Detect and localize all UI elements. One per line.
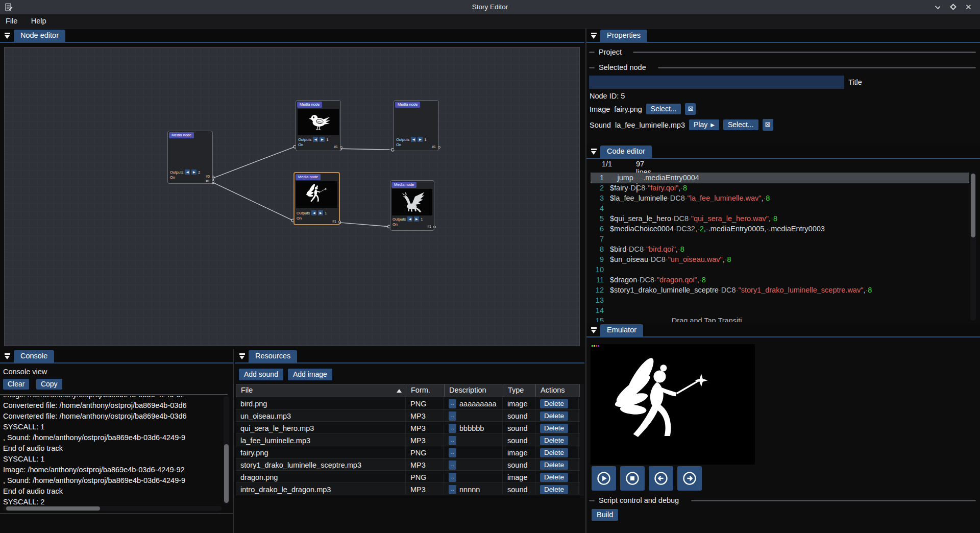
copy-button[interactable]: Copy (36, 379, 62, 390)
title-input[interactable] (589, 76, 844, 89)
add-sound-button[interactable]: Add sound (239, 369, 283, 380)
output-pin[interactable] (433, 226, 436, 228)
image-clear-button[interactable]: ⊠ (685, 103, 696, 115)
collapse-icon[interactable] (590, 148, 597, 155)
outputs-increase-button[interactable]: ▶ (320, 137, 325, 142)
graph-node-media-2[interactable]: Media nodeOutputs◀▶1On#1 (394, 100, 439, 151)
delete-button[interactable]: Delete (540, 448, 568, 457)
table-row[interactable]: un_oiseau.mp3MP3..soundDelete (236, 409, 580, 422)
console-log[interactable]: Image: /home/anthony/ostproj/ba869e4b-03… (3, 396, 222, 504)
menu-file[interactable]: File (0, 14, 23, 25)
sound-play-button[interactable]: Play▶ (689, 119, 719, 130)
outputs-increase-button[interactable]: ▶ (414, 216, 419, 222)
edit-description-button[interactable]: .. (449, 399, 456, 408)
maximize-button[interactable] (949, 4, 958, 11)
minimize-button[interactable] (934, 4, 942, 11)
resources-vscrollbar[interactable] (580, 384, 584, 496)
close-button[interactable]: ✕ (965, 4, 973, 11)
delete-button[interactable]: Delete (540, 485, 568, 494)
output-pin[interactable] (338, 221, 341, 223)
edit-description-button[interactable]: .. (449, 424, 456, 433)
output-pin[interactable] (212, 176, 214, 178)
outputs-decrease-button[interactable]: ◀ (411, 137, 416, 142)
code-line[interactable]: 14 (591, 305, 969, 316)
collapse-icon[interactable] (590, 327, 597, 334)
outputs-decrease-button[interactable]: ◀ (313, 137, 318, 142)
image-select-button[interactable]: Select... (646, 104, 681, 114)
column-header-form[interactable]: Form. (406, 384, 445, 397)
menu-help[interactable]: Help (26, 14, 52, 25)
code-line[interactable]: 12$story1_drako_luminelle_sceptre·DC8·"s… (591, 285, 969, 295)
console-vscrollbar[interactable] (224, 396, 229, 504)
code-line[interactable]: 7 (591, 234, 969, 244)
delete-button[interactable]: Delete (540, 461, 568, 470)
outputs-increase-button[interactable]: ▶ (418, 137, 423, 142)
code-line[interactable]: 2$fairy·DC8·"fairy.qoi",·8 (591, 183, 969, 193)
column-header-actions[interactable]: Actions (536, 384, 579, 397)
code-line[interactable]: 6$mediaChoice0004·DC32,·2,·.mediaEntry00… (591, 224, 969, 234)
emulator-play-button[interactable] (592, 466, 616, 491)
code-line[interactable]: 1→jump····.mediaEntry0004 (591, 173, 969, 183)
outputs-decrease-button[interactable]: ◀ (185, 169, 190, 175)
code-line[interactable]: 4 (591, 203, 969, 213)
graph-node-media-0[interactable]: Media nodeOutputs◀▶2On#0#1 (167, 131, 213, 184)
outputs-decrease-button[interactable]: ◀ (407, 216, 412, 222)
column-header-type[interactable]: Type (503, 384, 536, 397)
collapse-icon[interactable] (4, 353, 11, 360)
build-button[interactable]: Build (592, 509, 618, 521)
node-on-row[interactable]: On (297, 216, 302, 221)
delete-button[interactable]: Delete (540, 411, 568, 421)
sound-clear-button[interactable]: ⊠ (763, 119, 773, 131)
emulator-step-back-button[interactable] (649, 466, 673, 491)
column-header-description[interactable]: Description (445, 384, 503, 397)
graph-node-bird[interactable]: Media nodeOutputs◀▶1On#1 (296, 100, 341, 151)
output-pin[interactable] (340, 146, 342, 149)
code-vscrollbar[interactable] (970, 173, 976, 321)
outputs-increase-button[interactable]: ▶ (318, 210, 323, 215)
code-line[interactable]: 15 Drag and Tap Transiti (591, 316, 969, 322)
table-row[interactable]: intro_drako_le_dragon.mp3MP3..nnnnnsound… (236, 483, 580, 495)
delete-button[interactable]: Delete (540, 424, 568, 433)
table-row[interactable]: qui_sera_le_hero.mp3MP3..bbbbbbsoundDele… (236, 422, 580, 434)
edit-description-button[interactable]: .. (449, 411, 456, 421)
emulator-stop-button[interactable] (620, 466, 645, 491)
collapse-icon[interactable] (590, 32, 597, 39)
output-pin[interactable] (438, 146, 440, 149)
graph-node-dragon[interactable]: Media nodeOutputs◀▶1On#1 (390, 180, 434, 231)
edit-description-button[interactable]: .. (449, 461, 456, 470)
code-line[interactable]: 8$bird·DC8·"bird.qoi",·8 (591, 244, 969, 254)
tab-code-editor[interactable]: Code editor (600, 146, 652, 158)
code-line[interactable]: 13 (591, 295, 969, 305)
tab-console[interactable]: Console (14, 350, 54, 362)
emulator-step-forward-button[interactable] (677, 466, 702, 491)
add-image-button[interactable]: Add image (288, 369, 332, 380)
code-line[interactable]: 5$qui_sera_le_hero·DC8·"qui_sera_le_hero… (591, 213, 969, 224)
code-line[interactable]: 11$dragon·DC8·"dragon.qoi",·8 (591, 275, 969, 285)
tab-properties[interactable]: Properties (600, 30, 647, 42)
collapse-icon[interactable] (4, 32, 11, 39)
sound-select-button[interactable]: Select... (723, 119, 758, 130)
table-row[interactable]: bird.pngPNG..aaaaaaaaaimageDelete (236, 397, 580, 409)
outputs-decrease-button[interactable]: ◀ (311, 210, 316, 215)
delete-button[interactable]: Delete (540, 399, 568, 408)
graph-node-fairy[interactable]: Media nodeOutputs◀▶1On#1 (293, 172, 340, 225)
code-line[interactable]: 3$la_fee_luminelle·DC8·"la_fee_luminelle… (591, 193, 969, 203)
node-canvas[interactable]: Media nodeOutputs◀▶2On#0#1Media nodeOutp… (4, 47, 580, 346)
edit-description-button[interactable]: .. (449, 436, 456, 445)
code-line[interactable]: 10 (591, 264, 969, 275)
delete-button[interactable]: Delete (540, 436, 568, 445)
column-header-file[interactable]: File (236, 384, 406, 397)
edit-description-button[interactable]: .. (449, 485, 456, 494)
table-row[interactable]: la_fee_luminelle.mp3MP3..soundDelete (236, 434, 580, 446)
node-on-row[interactable]: On (298, 142, 303, 147)
node-on-row[interactable]: On (393, 222, 398, 227)
tab-node-editor[interactable]: Node editor (14, 30, 65, 42)
table-row[interactable]: story1_drako_luminelle_sceptre.mp3MP3..s… (236, 458, 580, 471)
table-row[interactable]: dragon.pngPNG..imageDelete (236, 471, 580, 483)
node-on-row[interactable]: On (170, 175, 175, 180)
edit-description-button[interactable]: .. (449, 473, 456, 482)
outputs-increase-button[interactable]: ▶ (191, 169, 197, 175)
table-row[interactable]: fairy.pngPNG..imageDelete (236, 446, 580, 458)
code-line[interactable]: 9$un_oiseau·DC8·"un_oiseau.wav",·8 (591, 254, 969, 264)
console-hscrollbar[interactable] (3, 506, 222, 511)
